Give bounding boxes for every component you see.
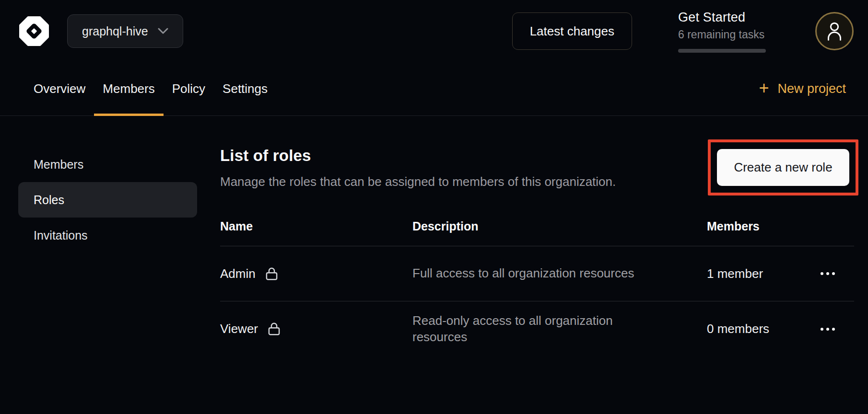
- lock-icon: [268, 322, 281, 336]
- annotation-highlight-box: Create a new role: [708, 139, 858, 196]
- role-members-count: 1 member: [707, 266, 820, 281]
- tabs: Overview Members Policy Settings: [25, 62, 276, 115]
- ellipsis-menu-icon[interactable]: [820, 324, 836, 334]
- organization-name: graphql-hive: [82, 24, 148, 38]
- column-header-name: Name: [220, 219, 412, 233]
- hive-logo-icon[interactable]: [18, 15, 50, 47]
- role-name: Viewer: [220, 322, 258, 336]
- role-name-cell: Admin: [220, 266, 412, 281]
- tab-policy[interactable]: Policy: [164, 62, 214, 115]
- get-started-remaining-tasks: 6 remaining tasks: [678, 28, 770, 41]
- get-started-progress-bar: [678, 49, 766, 53]
- lock-icon: [265, 267, 278, 281]
- plus-icon: +: [759, 80, 769, 97]
- role-description: Read-only access to all organization res…: [412, 313, 662, 345]
- tab-settings[interactable]: Settings: [214, 62, 276, 115]
- page-title: List of roles: [220, 147, 616, 165]
- create-new-role-button[interactable]: Create a new role: [717, 149, 849, 186]
- sidebar-item-invitations[interactable]: Invitations: [18, 218, 197, 253]
- tab-members[interactable]: Members: [94, 62, 163, 115]
- get-started-widget[interactable]: Get Started 6 remaining tasks: [678, 10, 770, 53]
- tabbar-spacer: [276, 62, 759, 115]
- sidebar-item-roles[interactable]: Roles: [18, 182, 197, 218]
- role-description: Full access to all organization resource…: [412, 265, 662, 282]
- user-avatar[interactable]: [815, 12, 854, 50]
- org-tab-bar: Overview Members Policy Settings + New p…: [0, 62, 868, 116]
- get-started-title: Get Started: [678, 10, 770, 25]
- new-project-label: New project: [777, 81, 846, 96]
- column-header-description: Description: [412, 219, 662, 233]
- content-area: Members Roles Invitations List of roles …: [0, 116, 868, 356]
- members-side-nav: Members Roles Invitations: [18, 147, 197, 253]
- tab-overview[interactable]: Overview: [25, 62, 94, 115]
- user-icon: [825, 21, 844, 42]
- new-project-button[interactable]: + New project: [759, 62, 846, 115]
- sidebar-item-members[interactable]: Members: [18, 147, 197, 182]
- role-name: Admin: [220, 266, 256, 281]
- page-subtitle: Manage the roles that can be assigned to…: [220, 174, 616, 189]
- column-header-members: Members: [707, 219, 820, 233]
- ellipsis-menu-icon[interactable]: [820, 268, 836, 279]
- role-name-cell: Viewer: [220, 322, 412, 336]
- table-header-row: Name Description Members: [220, 219, 854, 246]
- roles-panel-header: List of roles Manage the roles that can …: [220, 147, 854, 196]
- role-members-count: 0 members: [707, 322, 820, 336]
- table-row-viewer: Viewer Read-only access to all organizat…: [220, 301, 854, 356]
- chevron-down-icon: [158, 28, 168, 34]
- roles-table: Name Description Members Admin Full acce…: [220, 219, 854, 356]
- roles-panel: List of roles Manage the roles that can …: [220, 147, 854, 356]
- top-bar: graphql-hive Latest changes Get Started …: [0, 0, 868, 62]
- organization-selector[interactable]: graphql-hive: [67, 14, 183, 48]
- latest-changes-button[interactable]: Latest changes: [512, 12, 632, 50]
- roles-heading-block: List of roles Manage the roles that can …: [220, 147, 616, 189]
- table-row-admin: Admin Full access to all organization re…: [220, 246, 854, 301]
